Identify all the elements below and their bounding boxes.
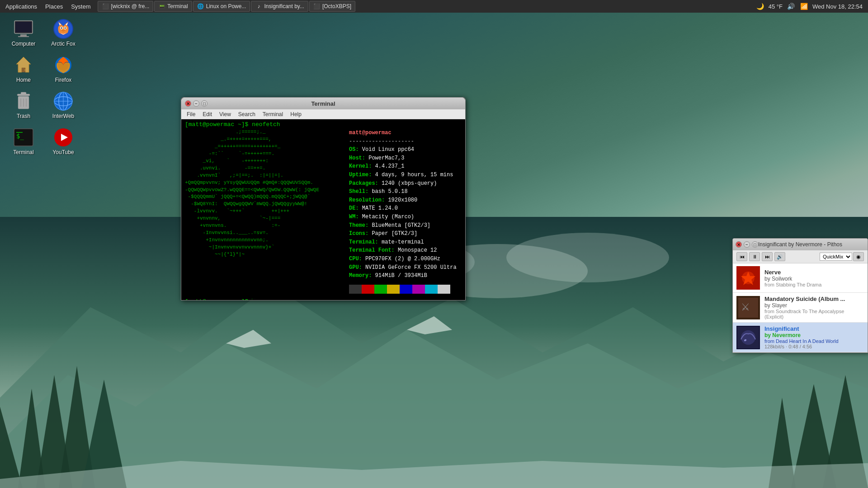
terminal-maximize-button[interactable]: □ [201,100,208,107]
svg-rect-20 [18,36,29,37]
pithos-titlebar: ✕ − □ Insignificant by Nevermore - Pitho… [733,239,868,250]
desktop-icon-trash[interactable]: Trash [5,89,42,121]
terminal-icon-img: $_ [13,127,34,148]
pithos-station-button[interactable]: ◉ [853,252,864,261]
pithos-track-insignificant[interactable]: 𝅘 Insignificant by Nevermore from Dead H… [733,323,868,352]
color-block-4 [400,285,412,294]
pithos-track-name-insignificant: Insignificant [764,325,864,332]
neofetch-art: .;=====;._ _.=++++=+++++===, _=+++++====… [185,129,345,294]
pithos-next-button[interactable]: ⏭ [762,252,773,261]
pithos-track-mandatory-suicide[interactable]: ⚔ Mandatory Suicide (Album ... by Slayer… [733,293,868,323]
pithos-quickmix-select[interactable]: QuickMix [820,253,852,261]
terminal-menu-search[interactable]: Search [235,109,259,119]
pithos-track-name-mandatory-suicide: Mandatory Suicide (Album ... [764,296,864,302]
home-icon-img [13,54,34,76]
terminal-menu-help[interactable]: Help [287,109,305,119]
terminal-command: [matt@powermac ~]$ neofetch [185,121,462,128]
info-uptime: Uptime: 4 days, 9 hours, 15 mins [349,171,457,179]
color-block-5 [412,285,425,294]
info-terminal: Terminal: mate-terminal [349,238,457,247]
panel-left: Applications Places System [0,0,94,13]
desktop-icon-computer[interactable]: Computer [5,16,42,49]
terminal-menu-edit[interactable]: Edit [199,109,216,119]
trash-icon-img [13,90,34,112]
info-theme: Theme: BlueMenta [GTK2/3] [349,221,457,230]
pithos-maximize-button[interactable]: □ [752,241,758,248]
interweb-label: InterWeb [52,113,74,119]
pithos-controls: ⏮ ⏸ ⏭ 🔊 QuickMix ◉ [733,250,868,263]
computer-icon-img [13,18,34,40]
music-icon: ♪ [255,3,262,10]
pithos-prev-button[interactable]: ⏮ [736,252,747,261]
terminal-title: Terminal [311,100,335,107]
desktop-icon-interweb[interactable]: InterWeb [45,89,81,121]
globe-icon: 🌐 [197,3,204,10]
pithos-album-art-nevermore: 𝅘 [736,326,760,349]
info-gpu: GPU: NVIDIA GeForce FX 5200 Ultra [349,263,457,272]
terminal-menu-file[interactable]: File [183,109,199,119]
arctic-fox-label: Arctic Fox [51,41,75,47]
pithos-track-artist-nerve: by Soilwork [764,276,864,282]
info-shell: Shell: bash 5.0.18 [349,188,457,196]
info-resolution: Resolution: 868x488 [349,196,457,205]
info-de: DE: MATE 1.24.0 [349,204,457,213]
desktop-icons: Computer [5,16,81,157]
taskbar-item-terminal[interactable]: 📟 Terminal [154,1,192,12]
svg-rect-33 [21,92,26,94]
terminal-small-icon: 📟 [158,3,165,10]
taskbar-item-insignificant[interactable]: ♪ Insignificant by... [251,1,308,12]
info-wm: WM: Metacity (Marco) [349,213,457,221]
color-block-3 [387,285,400,294]
taskbar-item-wicknix[interactable]: ⬛ [wicknix @ fre... [98,1,153,12]
top-panel: Applications Places System ⬛ [wicknix @ … [0,0,868,13]
pithos-track-album-nevermore: from Dead Heart In A Dead World [764,338,864,344]
desktop-icon-home[interactable]: Home [5,52,42,85]
terminal-close-button[interactable]: ✕ [185,100,191,107]
panel-center: ⬛ [wicknix @ fre... 📟 Terminal 🌐 Linux o… [94,1,755,12]
svg-point-57 [741,330,755,345]
info-packages: Packages: 1240 (xbps-query) [349,179,457,188]
color-blocks [349,285,457,294]
pithos-close-button[interactable]: ✕ [736,241,742,248]
color-block-1 [362,285,374,294]
info-cpu: CPU: PPC970FX (2) @ 2.000GHz [349,255,457,263]
pithos-track-nerve[interactable]: Nerve by Soilwork from Stabbing The Dram… [733,263,868,293]
temperature: 45 °F [769,3,783,10]
pithos-track-info-mandatory-suicide: Mandatory Suicide (Album ... by Slayer f… [764,296,864,319]
taskbar-item-octoxbps[interactable]: ⬛ [OctoXBPS] [309,1,355,12]
pithos-minimize-button[interactable]: − [744,241,750,248]
terminal-body[interactable]: [matt@powermac ~]$ neofetch .;=====;._ _… [181,119,465,300]
terminal-titlebar: ✕ − □ Terminal [181,98,465,109]
interweb-icon-img [52,90,74,112]
neofetch-info: matt@powermac -------------------- OS: V… [349,129,457,294]
svg-text:⚔: ⚔ [741,301,750,313]
pithos-volume-button[interactable]: 🔊 [774,252,785,261]
moon-icon: 🌙 [756,3,764,10]
menu-system[interactable]: System [67,0,94,13]
color-block-0 [349,285,362,294]
desktop-icon-arctic-fox[interactable]: Arctic Fox [45,16,81,49]
desktop-icon-youtube[interactable]: YouTube [45,125,81,157]
pithos-playpause-button[interactable]: ⏸ [749,252,760,261]
taskbar-item-linux-power[interactable]: 🌐 Linux on Powe... [193,1,250,12]
desktop-icon-firefox[interactable]: Firefox [45,52,81,85]
info-icons: Icons: Paper [GTK2/3] [349,230,457,238]
neofetch-username: matt@powermac [349,129,457,137]
firefox-icon-img [52,54,74,76]
info-kernel: Kernel: 4.4.237_1 [349,162,457,171]
desktop-icon-terminal[interactable]: $_ Terminal [5,125,42,157]
terminal-menu-terminal[interactable]: Terminal [259,109,287,119]
info-memory: Memory: 914MiB / 3934MiB [349,272,457,280]
terminal-menu-view[interactable]: View [216,109,235,119]
terminal-menubar: File Edit View Search Terminal Help [181,109,465,119]
computer-label: Computer [12,41,36,47]
pithos-track-artist-slayer: by Slayer [764,302,864,309]
svg-rect-18 [15,22,32,33]
home-label: Home [16,77,31,83]
terminal-label: Terminal [13,149,33,155]
volume-icon[interactable]: 🔊 [787,3,795,10]
terminal-minimize-button[interactable]: − [193,100,199,107]
youtube-label: YouTube [52,149,74,155]
menu-places[interactable]: Places [42,0,66,13]
menu-applications[interactable]: Applications [2,0,41,13]
